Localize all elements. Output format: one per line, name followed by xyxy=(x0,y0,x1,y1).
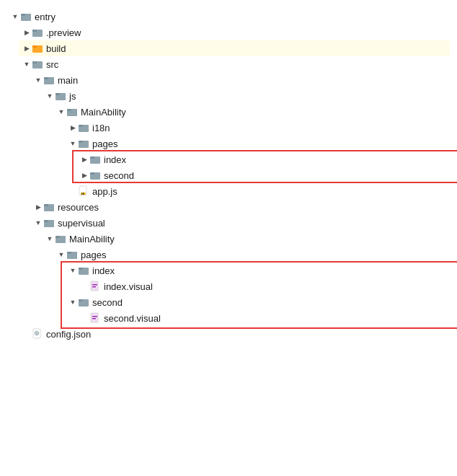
label-index-visual: index.visual xyxy=(104,281,153,292)
svg-rect-38 xyxy=(92,286,96,288)
chevron-mainability xyxy=(56,107,66,117)
tree-row-mainability[interactable]: MainAbility xyxy=(53,104,450,120)
folder-icon-pages-main xyxy=(78,138,89,149)
label-pages-sup: pages xyxy=(81,250,106,260)
folder-icon-pages-sup xyxy=(66,249,78,260)
svg-rect-34 xyxy=(79,268,83,270)
folder-icon-entry xyxy=(20,11,32,22)
children-supervisual: MainAbility xyxy=(42,231,450,326)
svg-rect-44 xyxy=(92,318,96,319)
tree-node-entry: entry .preview xyxy=(7,9,450,342)
file-tree: entry .preview xyxy=(0,0,457,476)
tree-row-mainability-sup[interactable]: MainAbility xyxy=(42,231,450,247)
svg-rect-42 xyxy=(91,313,98,322)
tree-row-src[interactable]: src xyxy=(19,56,450,72)
children-pages-main: index xyxy=(76,151,450,183)
label-configjson: config.json xyxy=(46,329,91,340)
tree-row-pages-sup[interactable]: pages xyxy=(53,247,450,263)
chevron-index-sup xyxy=(68,265,78,276)
folder-icon-i18n xyxy=(78,122,89,133)
svg-rect-32 xyxy=(67,252,71,254)
svg-rect-30 xyxy=(56,236,60,238)
chevron-entry xyxy=(10,12,20,22)
folder-icon-preview xyxy=(32,27,43,38)
folder-icon-main xyxy=(43,74,55,86)
tree-node-index-sup: index xyxy=(65,263,450,294)
label-second-visual: second.visual xyxy=(104,313,161,324)
tree-row-second-visual[interactable]: second.visual xyxy=(76,310,450,326)
tree-node-mainability-sup: MainAbility xyxy=(42,231,450,326)
children-mainability-sup: pages xyxy=(53,247,450,326)
folder-icon-second-sup xyxy=(78,296,89,308)
tree-node-resources: resources xyxy=(30,199,450,215)
chevron-second-main xyxy=(79,170,89,180)
tree-row-index-main[interactable]: index xyxy=(76,151,450,167)
label-appjs: app.js xyxy=(92,186,117,197)
tree-row-main[interactable]: main xyxy=(30,72,450,88)
children-js: MainAbility xyxy=(53,104,450,199)
tree-row-build[interactable]: build xyxy=(19,40,450,56)
chevron-supervisual xyxy=(33,218,43,228)
label-index-main: index xyxy=(104,154,126,165)
tree-node-mainability: MainAbility xyxy=(53,104,450,199)
label-entry: entry xyxy=(35,12,56,22)
tree-node-supervisual: supervisual xyxy=(30,215,450,326)
tree-node-pages-sup: pages xyxy=(53,247,450,326)
svg-rect-1 xyxy=(21,14,25,16)
chevron-main xyxy=(33,75,43,85)
label-i18n: i18n xyxy=(92,123,110,133)
folder-icon-js xyxy=(55,90,66,102)
label-build: build xyxy=(46,43,66,54)
label-supervisual: supervisual xyxy=(58,218,105,229)
svg-rect-13 xyxy=(67,109,71,111)
tree-row-index-visual[interactable]: index.visual xyxy=(76,278,450,294)
tree-row-js[interactable]: js xyxy=(42,88,450,104)
children-main: js xyxy=(42,88,450,199)
chevron-second-sup xyxy=(68,297,78,307)
label-pages-main: pages xyxy=(92,138,117,149)
tree-row-entry[interactable]: entry xyxy=(7,9,450,25)
folder-icon-build xyxy=(32,43,43,54)
tree-node-configjson: config.json xyxy=(19,326,450,342)
tree-row-supervisual[interactable]: supervisual xyxy=(30,215,450,231)
tree-row-second-main[interactable]: second xyxy=(76,167,450,183)
folder-icon-src xyxy=(32,58,43,70)
tree-row-pages-main[interactable]: pages xyxy=(65,136,450,151)
tree-node-second-sup: second xyxy=(65,294,450,326)
chevron-pages-sup xyxy=(56,250,66,260)
tree-node-index-visual: index.visual xyxy=(76,278,450,294)
svg-rect-40 xyxy=(79,299,83,301)
tree-row-appjs[interactable]: JS app.js xyxy=(65,183,450,199)
tree-row-resources[interactable]: resources xyxy=(30,199,450,215)
folder-icon-index-main xyxy=(89,154,101,165)
tree-row-index-sup[interactable]: index xyxy=(65,263,450,278)
tree-node-src: src xyxy=(19,56,450,326)
children-index-sup: index.visual xyxy=(76,278,450,294)
svg-rect-3 xyxy=(32,30,37,32)
file-icon-index-visual xyxy=(89,281,101,292)
svg-rect-43 xyxy=(92,316,97,317)
label-resources: resources xyxy=(58,202,99,213)
tree-node-second-visual: second.visual xyxy=(76,310,450,326)
svg-rect-15 xyxy=(79,125,83,127)
tree-node-main: main xyxy=(30,72,450,199)
tree-row-preview[interactable]: .preview xyxy=(19,25,450,40)
tree-row-i18n[interactable]: i18n xyxy=(65,120,450,136)
folder-icon-resources xyxy=(43,201,55,213)
children-pages-sup: index xyxy=(65,263,450,326)
svg-rect-11 xyxy=(56,93,60,95)
svg-point-47 xyxy=(36,332,37,334)
tree-node-preview: .preview xyxy=(19,25,450,40)
chevron-resources xyxy=(33,202,43,212)
chevron-src xyxy=(22,59,32,69)
label-js: js xyxy=(69,91,76,102)
chevron-mainability-sup xyxy=(45,234,55,244)
label-mainability: MainAbility xyxy=(81,107,126,118)
svg-rect-28 xyxy=(44,220,48,222)
children-entry: .preview build xyxy=(19,25,450,342)
tree-row-configjson[interactable]: config.json xyxy=(19,326,450,342)
svg-rect-5 xyxy=(32,45,37,48)
tree-row-second-sup[interactable]: second xyxy=(65,294,450,310)
svg-rect-9 xyxy=(44,77,48,79)
chevron-preview xyxy=(22,27,32,38)
